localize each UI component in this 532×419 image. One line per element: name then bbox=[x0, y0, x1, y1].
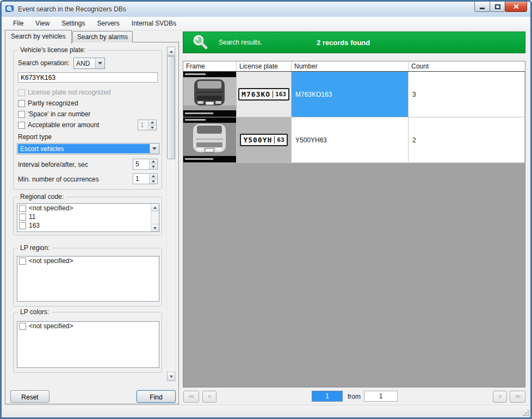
checkbox-icon bbox=[18, 111, 25, 118]
from-label: from bbox=[348, 393, 361, 401]
column-header-number[interactable]: Number bbox=[292, 61, 409, 71]
column-header-frame[interactable]: Frame bbox=[183, 61, 237, 71]
scroll-down-icon[interactable] bbox=[167, 372, 175, 381]
table-row[interactable]: M763KO 163 M763KO163 3 bbox=[183, 72, 525, 117]
spin-up-button[interactable] bbox=[149, 120, 156, 125]
maximize-button[interactable] bbox=[490, 2, 505, 12]
list-item[interactable]: <not specified> bbox=[17, 322, 159, 330]
total-pages-field: 1 bbox=[364, 391, 398, 402]
banner-text: Search results. bbox=[219, 39, 262, 46]
list-item[interactable]: <not specified> bbox=[17, 204, 159, 212]
checkbox-label: 'Space' in car number bbox=[28, 110, 90, 118]
first-page-button[interactable]: << bbox=[183, 391, 199, 403]
close-button[interactable] bbox=[505, 2, 527, 12]
menu-internal-svdbs[interactable]: Internal SVDBs bbox=[126, 17, 182, 29]
spin-down-button[interactable] bbox=[149, 125, 156, 130]
checkbox-acceptable-error-amount[interactable]: Acceptable error amount bbox=[18, 121, 99, 129]
plate-image-cell[interactable]: Y500YH 63 bbox=[237, 117, 292, 162]
scroll-up-icon[interactable] bbox=[151, 204, 159, 211]
window-controls bbox=[475, 2, 527, 12]
checkbox-label: Partly recognized bbox=[28, 99, 78, 107]
reset-button[interactable]: Reset bbox=[10, 390, 50, 403]
menu-bar: File View Settings Servers Internal SVDB… bbox=[2, 17, 530, 30]
list-item-label: 11 bbox=[29, 213, 35, 221]
spinner-value: 5 bbox=[133, 159, 149, 169]
table-row[interactable]: Y500YH 63 Y500YH63 2 bbox=[183, 117, 525, 163]
checkbox-space-in-car-number[interactable]: 'Space' in car number bbox=[18, 110, 90, 118]
window-title: Event search in the Recognizers DBs bbox=[18, 5, 126, 13]
search-operation-label: Search operation: bbox=[18, 59, 70, 67]
app-icon bbox=[5, 5, 15, 14]
app-window: Event search in the Recognizers DBs File… bbox=[0, 0, 532, 419]
checkbox-partly-recognized[interactable]: Partly recognized bbox=[18, 99, 78, 107]
tab-search-by-alarms[interactable]: Search by alarms bbox=[72, 31, 133, 42]
interval-spinner[interactable]: 5 bbox=[133, 159, 158, 170]
menu-file[interactable]: File bbox=[7, 17, 29, 29]
interval-label: Interval before/after, sec bbox=[18, 161, 88, 168]
checkbox-icon bbox=[19, 222, 26, 229]
min-occurrences-label: Min. number of occurrences bbox=[18, 176, 99, 183]
checkbox-label: Acceptable error amount bbox=[28, 121, 99, 129]
spin-down-button[interactable] bbox=[150, 179, 157, 184]
menu-settings[interactable]: Settings bbox=[55, 17, 91, 29]
frame-image-cell[interactable] bbox=[183, 117, 237, 162]
group-title: LP region: bbox=[18, 244, 52, 252]
banner-count: 2 records found bbox=[317, 39, 370, 47]
frame-image-cell[interactable] bbox=[183, 72, 237, 117]
menu-servers[interactable]: Servers bbox=[91, 17, 126, 29]
list-item[interactable]: 163 bbox=[17, 221, 159, 230]
column-header-license-plate[interactable]: License plate bbox=[237, 61, 292, 71]
vertical-scrollbar[interactable] bbox=[166, 46, 176, 382]
close-icon bbox=[513, 4, 519, 9]
group-title: LP colors: bbox=[18, 308, 51, 316]
table-header: Frame License plate Number Count bbox=[183, 61, 525, 72]
license-plate-input[interactable] bbox=[18, 72, 158, 83]
resize-grip-icon[interactable] bbox=[522, 409, 529, 416]
report-type-select[interactable]: Escort vehicles bbox=[17, 143, 159, 154]
list-item[interactable]: 11 bbox=[17, 212, 159, 221]
scrollbar-thumb[interactable] bbox=[167, 56, 175, 159]
checkbox-icon bbox=[19, 258, 26, 265]
checkbox-label: License plate not recognized bbox=[28, 89, 111, 96]
list-scrollbar[interactable] bbox=[151, 204, 159, 232]
lp-region-list[interactable]: <not specified> bbox=[17, 256, 159, 302]
current-page-input[interactable] bbox=[312, 391, 343, 402]
report-type-value: Escort vehicles bbox=[18, 144, 150, 153]
count-cell[interactable]: 2 bbox=[409, 117, 525, 162]
regional-code-list[interactable]: <not specified> 11 163 bbox=[17, 203, 159, 232]
spin-up-button[interactable] bbox=[150, 174, 157, 179]
group-title: Regional code: bbox=[18, 193, 66, 201]
checkbox-license-plate-not-recognized[interactable]: License plate not recognized bbox=[18, 89, 111, 96]
report-type-label: Report type bbox=[18, 133, 52, 141]
chevron-down-icon bbox=[95, 58, 104, 68]
lp-colors-list[interactable]: <not specified> bbox=[17, 321, 159, 368]
next-page-button[interactable]: > bbox=[493, 391, 507, 403]
tab-strip: Search by vehicles Search by alarms bbox=[5, 30, 133, 42]
error-amount-spinner[interactable]: 1 bbox=[138, 120, 157, 130]
tab-search-by-vehicles[interactable]: Search by vehicles bbox=[5, 30, 72, 43]
number-cell-selected[interactable]: M763KO163 bbox=[292, 72, 409, 117]
column-header-count[interactable]: Count bbox=[409, 61, 525, 71]
scroll-up-icon[interactable] bbox=[167, 47, 175, 56]
results-table: Frame License plate Number Count bbox=[183, 61, 525, 387]
spin-up-button[interactable] bbox=[150, 159, 157, 164]
find-button[interactable]: Find bbox=[137, 390, 176, 403]
spin-down-button[interactable] bbox=[150, 164, 157, 170]
search-operation-select[interactable]: AND bbox=[73, 58, 105, 69]
min-occurrences-spinner[interactable]: 1 bbox=[133, 173, 158, 184]
list-item[interactable]: <not specified> bbox=[17, 257, 159, 265]
group-lp-region: LP region: <not specified> bbox=[13, 248, 162, 307]
number-cell[interactable]: Y500YH63 bbox=[292, 117, 409, 162]
minimize-button[interactable] bbox=[474, 2, 490, 12]
plate-image-cell[interactable]: M763KO 163 bbox=[237, 72, 292, 117]
scroll-down-icon[interactable] bbox=[151, 224, 159, 232]
list-item-label: <not specified> bbox=[29, 257, 73, 265]
checkbox-icon bbox=[19, 214, 26, 221]
count-cell[interactable]: 3 bbox=[409, 72, 525, 117]
last-page-button[interactable]: >> bbox=[510, 391, 525, 403]
prev-page-button[interactable]: < bbox=[202, 391, 216, 403]
menu-view[interactable]: View bbox=[29, 17, 55, 29]
status-bar bbox=[2, 405, 530, 417]
title-bar[interactable]: Event search in the Recognizers DBs bbox=[2, 2, 530, 17]
spinner-value: 1 bbox=[138, 120, 148, 130]
